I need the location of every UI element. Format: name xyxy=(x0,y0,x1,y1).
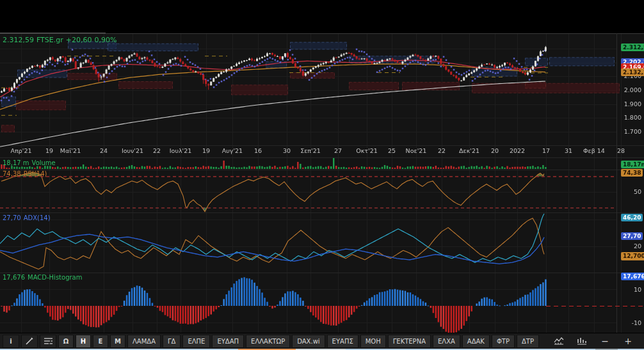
macd-value: 17,676 xyxy=(3,274,25,281)
symbol-tab[interactable]: ΕΥΑΠΣ xyxy=(327,335,358,348)
x-axis-tick: 22 xyxy=(153,147,161,154)
volume-name[interactable]: Volume xyxy=(32,159,56,166)
x-axis-tick: Δεκ'21 xyxy=(459,147,479,154)
objects-list-icon[interactable] xyxy=(40,335,56,348)
timeframe-button-Η[interactable]: Η xyxy=(76,335,91,348)
x-axis-tick: 28 xyxy=(617,147,625,154)
adx-value: 27,70 xyxy=(3,214,21,221)
x-axis-tick: Σεπ'21 xyxy=(300,147,321,154)
x-axis-tick: 19 xyxy=(45,147,53,154)
legend-change: +20,60 xyxy=(66,36,92,44)
rsi-value: 74,38 xyxy=(3,170,21,177)
x-axis-tick: Ιουλ'21 xyxy=(170,147,191,154)
rsi-name[interactable]: RSI(14) xyxy=(24,170,47,177)
x-axis-tick: 25 xyxy=(388,147,396,154)
symbol-tab[interactable]: ΛΑΜΔΑ xyxy=(127,335,161,348)
timeframe-button-Ε[interactable]: Ε xyxy=(93,335,108,348)
x-axis-row[interactable]: Απρ'2119Μαϊ'2124Ιουν'2122Ιουλ'2119Αυγ'21… xyxy=(0,147,644,156)
axis-badge[interactable]: 2.312,59 xyxy=(621,44,644,51)
volume-value: 18,17 m xyxy=(3,159,29,166)
timeframe-button-Μ[interactable]: Μ xyxy=(110,335,125,348)
x-axis-tick: 22 xyxy=(438,147,446,154)
x-axis-tick: 2022 xyxy=(510,147,525,154)
macd-name[interactable]: MACD-Histogram xyxy=(28,274,82,281)
axis-badge[interactable]: 18,17m xyxy=(621,161,644,168)
axis-badge[interactable]: 74,38 xyxy=(621,169,643,177)
x-axis-tick: Ιουν'21 xyxy=(122,147,143,154)
macd-pane-label: 17,676MACD-Histogram xyxy=(3,274,85,281)
legend-symbol[interactable]: FTSE.gr xyxy=(36,36,63,44)
x-axis-tick: 31 xyxy=(565,147,572,154)
axis-badge[interactable]: 12,700 xyxy=(621,252,644,260)
macd-scale-label: 10 xyxy=(634,286,641,293)
symbol-tab[interactable]: ΓΕΚΤΕΡΝΑ xyxy=(388,335,431,348)
x-axis-tick: Αυγ'21 xyxy=(222,147,243,154)
x-axis-tick: Νοε'21 xyxy=(406,147,427,154)
info-glyph: i xyxy=(10,338,12,345)
rsi-pane-label: 74,38RSI(14) xyxy=(3,170,49,177)
chart-overview-icon[interactable] xyxy=(549,335,568,347)
timeframe-button-Ω[interactable]: Ω xyxy=(58,335,74,348)
symbol-tab[interactable]: ΦΤΡ xyxy=(492,335,515,348)
axis-badge[interactable]: 46,20 xyxy=(621,214,643,221)
symbol-tab[interactable]: DAX.wi xyxy=(292,335,325,348)
draw-icon[interactable] xyxy=(21,335,38,348)
legend-price: 2.312,59 xyxy=(3,36,34,44)
list-icon xyxy=(44,337,53,345)
timeframe-buttons: ΩΗΕΜ xyxy=(58,335,125,348)
legend-change-pct: 0,90% xyxy=(95,36,117,44)
symbol-tab[interactable]: ΜΟΗ xyxy=(360,335,386,348)
charting-app: 2.312,59FTSE.gr+20,600,90% 18,17 mVolume… xyxy=(0,0,644,350)
price-scale-label: 1.900 xyxy=(624,100,641,107)
axis-badge[interactable]: 2.132,26 xyxy=(621,68,644,76)
x-axis-tick: 30 xyxy=(283,147,291,154)
bottom-toolbar: i ΩΗΕΜ ΛΑΜΔΑΓΔΕΛΠΕΕΥΔΑΠΕΛΛΑΚΤΩΡDAX.wiΕΥΑ… xyxy=(0,333,644,349)
x-axis-tick: Απρ'21 xyxy=(11,147,32,154)
symbol-tabs: ΛΑΜΔΑΓΔΕΛΠΕΕΥΔΑΠΕΛΛΑΚΤΩΡDAX.wiΕΥΑΠΣΜΟΗΓΕ… xyxy=(127,335,539,348)
adx-pane-label: 27,70ADX(14) xyxy=(3,214,53,221)
axis-badge[interactable]: 17,676 xyxy=(621,273,644,280)
price-scale-label: 2.000 xyxy=(624,86,641,93)
zoom-out-button[interactable]: − xyxy=(595,335,615,347)
x-axis-tick: 20 xyxy=(491,147,499,154)
axis-badge[interactable]: 27,70 xyxy=(621,232,643,240)
symbol-tab[interactable]: ΕΛΠΕ xyxy=(182,335,210,348)
zoom-in-button[interactable]: + xyxy=(618,335,638,347)
price-scale-label: 1.800 xyxy=(624,114,641,121)
bar-chart-icon xyxy=(577,337,587,346)
symbol-legend: 2.312,59FTSE.gr+20,600,90% xyxy=(3,36,119,44)
symbol-tab[interactable]: ΑΔΑΚ xyxy=(462,335,490,348)
macd-scale-label: -10 xyxy=(631,319,641,326)
price-scale-label: 1.700 xyxy=(624,128,641,135)
adx-name[interactable]: ADX(14) xyxy=(24,214,51,221)
symbol-tab[interactable]: ΕΛΧΑ xyxy=(433,335,460,348)
x-axis-tick: Φεβ 14 xyxy=(583,147,605,154)
volume-panel-icon[interactable] xyxy=(572,335,592,347)
info-icon[interactable]: i xyxy=(3,335,19,348)
x-axis-tick: 27 xyxy=(334,147,342,154)
x-axis-tick: 17 xyxy=(542,147,550,154)
x-axis-tick: 19 xyxy=(202,147,210,154)
symbol-tab[interactable]: ΓΔ xyxy=(163,335,181,348)
chart-canvas[interactable] xyxy=(0,0,644,333)
volume-pane-label: 18,17 mVolume xyxy=(3,159,58,166)
adx-scale-label: 20 xyxy=(634,243,641,250)
x-axis-tick: 24 xyxy=(100,147,108,154)
symbol-tab[interactable]: ΕΛΛΑΚΤΩΡ xyxy=(246,335,290,348)
symbol-tab[interactable]: ΕΥΔΑΠ xyxy=(212,335,244,348)
rsi-scale-label: 50 xyxy=(634,188,641,195)
x-axis-tick: Μαϊ'21 xyxy=(60,147,81,154)
x-axis-tick: 16 xyxy=(254,147,262,154)
symbol-tab[interactable]: ΔΤΡ xyxy=(517,335,539,348)
line-chart-icon xyxy=(554,337,564,346)
pencil-icon xyxy=(25,337,34,346)
x-axis-tick: Οκτ'21 xyxy=(356,147,378,154)
toolbar-right: − + xyxy=(549,335,638,347)
